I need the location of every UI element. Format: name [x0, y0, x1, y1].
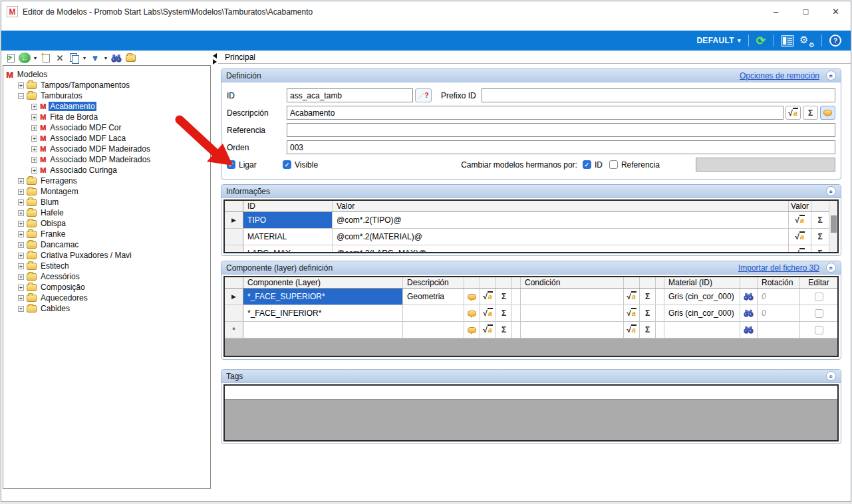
back-icon[interactable]: ←	[19, 53, 31, 63]
help-icon[interactable]: ?	[829, 35, 841, 47]
tree-item[interactable]: +MAcabamento	[3, 101, 210, 112]
condicion-cell[interactable]	[521, 305, 624, 321]
info-valor-cell[interactable]: @com*.2(LARG_MAX)@	[333, 245, 789, 253]
copy-dropdown-icon[interactable]: ▾	[82, 55, 87, 61]
tree-expander-icon[interactable]: +	[31, 136, 37, 142]
formula-button[interactable]: √a	[624, 305, 640, 321]
tree-item[interactable]: +MAssociado MDP Madeirados	[3, 154, 210, 165]
maximize-button[interactable]: □	[791, 1, 821, 22]
rotacion-cell[interactable]	[758, 322, 800, 338]
tree-item[interactable]: +MFita de Borda	[3, 112, 210, 122]
form-view-icon[interactable]	[781, 35, 794, 47]
tree-expander-icon[interactable]: +	[18, 221, 24, 227]
material-cell[interactable]	[664, 322, 740, 338]
profile-dropdown[interactable]: DEFAULT ▾	[696, 36, 740, 45]
tree-expander-icon[interactable]: +	[18, 306, 24, 312]
layer-cell[interactable]: *_FACE_SUPERIOR*	[243, 289, 403, 305]
referencia-field[interactable]	[287, 123, 835, 137]
close-button[interactable]: ✕	[821, 1, 851, 22]
tree-item[interactable]: +Criativa Puxadores / Mavi	[3, 250, 210, 261]
copy-icon[interactable]	[68, 52, 80, 64]
tags-empty-row[interactable]	[225, 386, 837, 400]
sigma-button[interactable]: Σ	[811, 212, 829, 228]
tree-item[interactable]: +MAssociado Curinga	[3, 165, 210, 176]
rotacion-cell[interactable]: 0	[758, 289, 800, 305]
editar-checkbox[interactable]	[815, 326, 823, 334]
editar-checkbox[interactable]	[815, 293, 823, 301]
tree-item[interactable]: +Obispa	[3, 218, 210, 229]
tree-expander-icon[interactable]: +	[18, 82, 24, 88]
descripcion-cell[interactable]	[403, 322, 464, 338]
siblings-id-checkbox[interactable]	[583, 160, 591, 169]
tree-expander-icon[interactable]: −	[18, 93, 24, 99]
descripcion-cell[interactable]	[403, 305, 464, 321]
collapse-left-icon[interactable]	[213, 53, 217, 59]
tree-item[interactable]: +Tampos/Tamponamentos	[3, 80, 210, 90]
tree-root[interactable]: M Modelos	[3, 69, 210, 80]
import-folder-icon[interactable]	[124, 52, 136, 64]
comment-button[interactable]	[464, 289, 480, 305]
id-check-icon[interactable]: ⋰?	[415, 88, 432, 102]
tree-expander-icon[interactable]: +	[31, 114, 37, 120]
tree-item[interactable]: +Blum	[3, 197, 210, 207]
search-material-button[interactable]	[740, 289, 758, 305]
tree-item[interactable]: +Aquecedores	[3, 293, 210, 303]
tree-expander-icon[interactable]: +	[18, 295, 24, 301]
tree-item[interactable]: +Composição	[3, 282, 210, 293]
formula-button[interactable]: √a	[789, 245, 811, 253]
sigma-button[interactable]: Σ	[811, 229, 829, 245]
search-material-button[interactable]	[740, 322, 758, 338]
collapse-section-icon[interactable]: «	[826, 371, 836, 381]
tree-expander-icon[interactable]: +	[18, 274, 24, 280]
formula-button[interactable]: √a	[624, 322, 640, 338]
formula-button[interactable]: √a	[789, 212, 811, 228]
tree-expander-icon[interactable]: +	[18, 231, 24, 237]
descripcion-field[interactable]	[287, 106, 783, 120]
tree-expander-icon[interactable]: +	[18, 210, 24, 216]
layer-cell[interactable]	[243, 322, 403, 338]
comment-button[interactable]	[820, 106, 835, 120]
panel-splitter[interactable]	[212, 51, 218, 499]
remove-options-link[interactable]: Opciones de remoción	[740, 71, 819, 80]
condicion-cell[interactable]	[521, 289, 624, 305]
info-id-cell[interactable]: TIPO	[243, 212, 333, 228]
tree-item[interactable]: +MAssociado MDF Laca	[3, 133, 210, 144]
collapse-section-icon[interactable]: «	[826, 70, 836, 80]
tree-expander-icon[interactable]: +	[18, 253, 24, 259]
delete-icon[interactable]: ✕	[54, 52, 66, 64]
orden-field[interactable]	[287, 140, 835, 154]
sigma-button[interactable]: Σ	[496, 322, 512, 338]
formula-button[interactable]: √a	[789, 229, 811, 245]
condicion-cell[interactable]	[521, 322, 624, 338]
tree-item[interactable]: +MAssociado MDF Cor	[3, 122, 210, 133]
informacoes-scrollbar[interactable]	[829, 201, 837, 252]
scrollbar-thumb[interactable]	[831, 215, 837, 233]
sigma-button[interactable]: Σ	[640, 289, 656, 305]
comment-button[interactable]	[464, 305, 480, 321]
tree-item[interactable]: +Cabides	[3, 303, 210, 314]
tree-expander-icon[interactable]: +	[31, 104, 37, 110]
sync-icon[interactable]: ⟳	[756, 34, 766, 48]
tree-expander-icon[interactable]: +	[18, 189, 24, 195]
ligar-checkbox[interactable]	[227, 160, 235, 169]
sigma-button[interactable]: Σ	[496, 305, 512, 321]
sigma-button[interactable]: Σ	[496, 289, 512, 305]
sigma-button[interactable]: Σ	[811, 245, 829, 253]
tree-expander-icon[interactable]: +	[31, 146, 37, 152]
tree-expander-icon[interactable]: +	[31, 125, 37, 131]
tree-expander-icon[interactable]: +	[18, 242, 24, 248]
id-field[interactable]	[287, 88, 413, 102]
new-model-icon[interactable]	[40, 52, 52, 64]
minimize-button[interactable]: –	[761, 1, 791, 22]
find-icon[interactable]	[110, 52, 122, 64]
comment-button[interactable]	[464, 322, 480, 338]
tree-expander-icon[interactable]: +	[18, 263, 24, 269]
formula-button[interactable]: √a	[480, 289, 496, 305]
tree-item[interactable]: +Acessórios	[3, 271, 210, 282]
editar-checkbox[interactable]	[815, 309, 823, 318]
tree-expander-icon[interactable]: +	[18, 178, 24, 184]
info-valor-cell[interactable]: @com*.2(TIPO)@	[333, 212, 789, 228]
tree-expander-icon[interactable]: +	[18, 285, 24, 291]
tree-expander-icon[interactable]: +	[18, 199, 24, 205]
formula-button[interactable]: √a	[480, 322, 496, 338]
